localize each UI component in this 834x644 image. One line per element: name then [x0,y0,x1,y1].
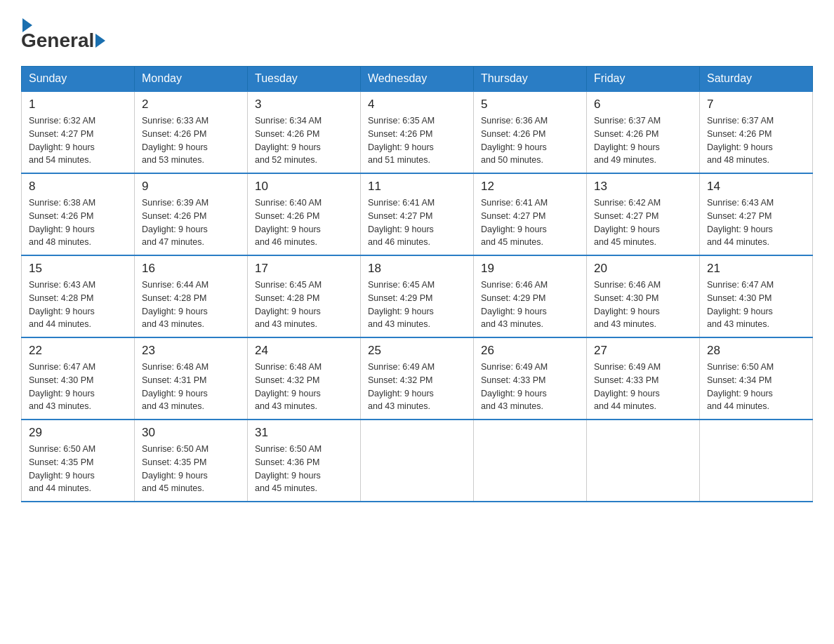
day-number: 31 [255,426,353,440]
day-info: Sunrise: 6:48 AM Sunset: 4:31 PM Dayligh… [142,361,240,413]
day-info: Sunrise: 6:49 AM Sunset: 4:33 PM Dayligh… [481,361,579,413]
day-number: 29 [29,426,127,440]
day-number: 19 [481,262,579,276]
calendar-cell: 18 Sunrise: 6:45 AM Sunset: 4:29 PM Dayl… [361,255,474,337]
calendar-cell: 25 Sunrise: 6:49 AM Sunset: 4:32 PM Dayl… [361,337,474,420]
day-number: 23 [142,344,240,358]
calendar-week-row: 29 Sunrise: 6:50 AM Sunset: 4:35 PM Dayl… [22,420,813,502]
day-number: 22 [29,344,127,358]
calendar-cell [474,420,587,502]
day-number: 11 [368,180,466,194]
day-info: Sunrise: 6:41 AM Sunset: 4:27 PM Dayligh… [481,196,579,249]
day-number: 28 [707,344,805,358]
day-number: 7 [707,98,805,112]
calendar-cell: 28 Sunrise: 6:50 AM Sunset: 4:34 PM Dayl… [700,337,813,420]
calendar-cell: 22 Sunrise: 6:47 AM Sunset: 4:30 PM Dayl… [22,337,135,420]
calendar-cell: 15 Sunrise: 6:43 AM Sunset: 4:28 PM Dayl… [22,255,135,337]
day-of-week-header: Tuesday [248,67,361,92]
day-info: Sunrise: 6:38 AM Sunset: 4:26 PM Dayligh… [29,196,127,249]
calendar-cell: 12 Sunrise: 6:41 AM Sunset: 4:27 PM Dayl… [474,173,587,255]
day-number: 1 [29,98,127,112]
day-number: 12 [481,180,579,194]
day-info: Sunrise: 6:39 AM Sunset: 4:26 PM Dayligh… [142,196,240,249]
logo-arrow-icon2 [95,34,105,48]
day-number: 8 [29,180,127,194]
day-number: 2 [142,98,240,112]
day-of-week-header: Monday [135,67,248,92]
calendar-cell: 7 Sunrise: 6:37 AM Sunset: 4:26 PM Dayli… [700,91,813,173]
day-info: Sunrise: 6:36 AM Sunset: 4:26 PM Dayligh… [481,114,579,167]
day-info: Sunrise: 6:32 AM Sunset: 4:27 PM Dayligh… [29,114,127,167]
calendar-cell: 24 Sunrise: 6:48 AM Sunset: 4:32 PM Dayl… [248,337,361,420]
calendar-cell [587,420,700,502]
logo: General [21,14,107,52]
day-number: 21 [707,262,805,276]
day-info: Sunrise: 6:46 AM Sunset: 4:29 PM Dayligh… [481,279,579,331]
day-number: 20 [594,262,692,276]
day-info: Sunrise: 6:45 AM Sunset: 4:29 PM Dayligh… [368,279,466,331]
day-info: Sunrise: 6:47 AM Sunset: 4:30 PM Dayligh… [707,279,805,331]
day-info: Sunrise: 6:44 AM Sunset: 4:28 PM Dayligh… [142,279,240,331]
day-info: Sunrise: 6:33 AM Sunset: 4:26 PM Dayligh… [142,114,240,167]
day-info: Sunrise: 6:42 AM Sunset: 4:27 PM Dayligh… [594,196,692,249]
calendar-table: SundayMondayTuesdayWednesdayThursdayFrid… [21,66,813,502]
calendar-week-row: 15 Sunrise: 6:43 AM Sunset: 4:28 PM Dayl… [22,255,813,337]
calendar-cell: 19 Sunrise: 6:46 AM Sunset: 4:29 PM Dayl… [474,255,587,337]
calendar-cell: 2 Sunrise: 6:33 AM Sunset: 4:26 PM Dayli… [135,91,248,173]
calendar-cell: 5 Sunrise: 6:36 AM Sunset: 4:26 PM Dayli… [474,91,587,173]
calendar-cell: 16 Sunrise: 6:44 AM Sunset: 4:28 PM Dayl… [135,255,248,337]
calendar-cell: 8 Sunrise: 6:38 AM Sunset: 4:26 PM Dayli… [22,173,135,255]
day-info: Sunrise: 6:34 AM Sunset: 4:26 PM Dayligh… [255,114,353,167]
day-number: 27 [594,344,692,358]
calendar-week-row: 1 Sunrise: 6:32 AM Sunset: 4:27 PM Dayli… [22,91,813,173]
day-number: 25 [368,344,466,358]
day-info: Sunrise: 6:43 AM Sunset: 4:27 PM Dayligh… [707,196,805,249]
day-number: 16 [142,262,240,276]
calendar-cell [700,420,813,502]
day-number: 15 [29,262,127,276]
calendar-cell: 6 Sunrise: 6:37 AM Sunset: 4:26 PM Dayli… [587,91,700,173]
day-number: 10 [255,180,353,194]
day-number: 5 [481,98,579,112]
day-of-week-header: Sunday [22,67,135,92]
calendar-cell: 14 Sunrise: 6:43 AM Sunset: 4:27 PM Dayl… [700,173,813,255]
day-number: 9 [142,180,240,194]
day-info: Sunrise: 6:50 AM Sunset: 4:34 PM Dayligh… [707,361,805,413]
day-number: 6 [594,98,692,112]
day-number: 24 [255,344,353,358]
calendar-cell: 31 Sunrise: 6:50 AM Sunset: 4:36 PM Dayl… [248,420,361,502]
calendar-cell: 30 Sunrise: 6:50 AM Sunset: 4:35 PM Dayl… [135,420,248,502]
day-info: Sunrise: 6:37 AM Sunset: 4:26 PM Dayligh… [707,114,805,167]
calendar-cell: 27 Sunrise: 6:49 AM Sunset: 4:33 PM Dayl… [587,337,700,420]
day-info: Sunrise: 6:47 AM Sunset: 4:30 PM Dayligh… [29,361,127,413]
day-number: 13 [594,180,692,194]
calendar-cell: 11 Sunrise: 6:41 AM Sunset: 4:27 PM Dayl… [361,173,474,255]
calendar-cell: 13 Sunrise: 6:42 AM Sunset: 4:27 PM Dayl… [587,173,700,255]
page-header: General [21,14,813,52]
day-info: Sunrise: 6:41 AM Sunset: 4:27 PM Dayligh… [368,196,466,249]
day-of-week-header: Friday [587,67,700,92]
day-info: Sunrise: 6:46 AM Sunset: 4:30 PM Dayligh… [594,279,692,331]
calendar-cell: 29 Sunrise: 6:50 AM Sunset: 4:35 PM Dayl… [22,420,135,502]
calendar-cell: 20 Sunrise: 6:46 AM Sunset: 4:30 PM Dayl… [587,255,700,337]
day-info: Sunrise: 6:40 AM Sunset: 4:26 PM Dayligh… [255,196,353,249]
calendar-cell: 10 Sunrise: 6:40 AM Sunset: 4:26 PM Dayl… [248,173,361,255]
calendar-week-row: 8 Sunrise: 6:38 AM Sunset: 4:26 PM Dayli… [22,173,813,255]
day-info: Sunrise: 6:50 AM Sunset: 4:35 PM Dayligh… [29,443,127,495]
day-of-week-header: Wednesday [361,67,474,92]
day-info: Sunrise: 6:50 AM Sunset: 4:35 PM Dayligh… [142,443,240,495]
calendar-cell: 26 Sunrise: 6:49 AM Sunset: 4:33 PM Dayl… [474,337,587,420]
calendar-cell [361,420,474,502]
day-info: Sunrise: 6:45 AM Sunset: 4:28 PM Dayligh… [255,279,353,331]
day-number: 3 [255,98,353,112]
day-info: Sunrise: 6:43 AM Sunset: 4:28 PM Dayligh… [29,279,127,331]
day-number: 26 [481,344,579,358]
day-number: 17 [255,262,353,276]
calendar-cell: 23 Sunrise: 6:48 AM Sunset: 4:31 PM Dayl… [135,337,248,420]
day-of-week-header: Saturday [700,67,813,92]
day-number: 18 [368,262,466,276]
day-info: Sunrise: 6:49 AM Sunset: 4:32 PM Dayligh… [368,361,466,413]
calendar-cell: 17 Sunrise: 6:45 AM Sunset: 4:28 PM Dayl… [248,255,361,337]
day-info: Sunrise: 6:50 AM Sunset: 4:36 PM Dayligh… [255,443,353,495]
day-info: Sunrise: 6:35 AM Sunset: 4:26 PM Dayligh… [368,114,466,167]
